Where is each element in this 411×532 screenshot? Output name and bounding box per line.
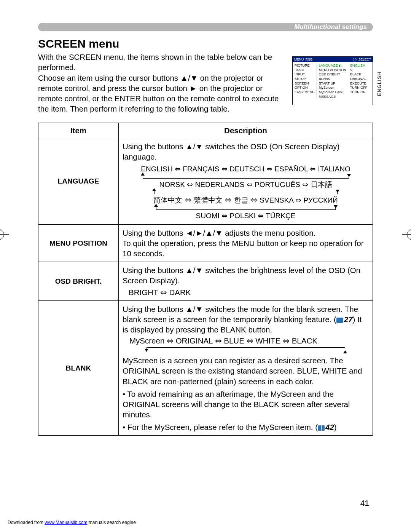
desc-osd-bright: Using the buttons ▲/▼ switches the brigh…: [119, 262, 373, 301]
item-blank: BLANK: [38, 301, 119, 436]
cycle-connector: [156, 206, 336, 210]
crop-mark: [407, 229, 411, 240]
col-item: Item: [38, 123, 119, 138]
item-osd-bright: OSD BRIGHT.: [38, 262, 119, 301]
settings-table: Item Description LANGUAGE Using the butt…: [38, 123, 373, 436]
section-header: Multifunctional settings: [38, 23, 373, 31]
item-menu-position: MENU POSITION: [38, 224, 119, 262]
osd-mid-col: LANGUAGE◐ MENU POSITION OSD BRIGHT. BLAN…: [317, 64, 348, 99]
crop-mark: [0, 234, 9, 235]
page-title: SCREEN menu: [38, 37, 373, 50]
select-icon: ◯: [353, 58, 357, 61]
osd-menu-illustration: MENU [RGB] ◯ :SELECT PICTURE IMAGE INPUT…: [292, 56, 373, 105]
globe-icon: ◐: [339, 64, 342, 68]
intro-text: With the SCREEN menu, the items shown in…: [38, 52, 291, 114]
table-row: MENU POSITION Using the buttons ◄/►/▲/▼ …: [38, 224, 373, 262]
osd-menu-title: MENU [RGB]: [294, 58, 314, 61]
crop-mark: [402, 234, 411, 235]
cycle-connector: [143, 174, 349, 179]
table-row: OSD BRIGHT. Using the buttons ▲/▼ switch…: [38, 262, 373, 301]
osd-right-col: ENGLISH 5 BLACK ORIGINAL EXECUTE TURN OF…: [348, 64, 370, 99]
language-tab: ENGLISH: [376, 72, 382, 96]
crop-mark: [0, 229, 4, 240]
footer: Downloaded from www.Manualslib.com manua…: [8, 520, 136, 525]
desc-menu-position: Using the buttons ◄/►/▲/▼ adjusts the me…: [119, 224, 373, 262]
cycle-connector: [147, 347, 345, 351]
select-label: :SELECT: [358, 58, 371, 61]
osd-left-col: PICTURE IMAGE INPUT SETUP SCREEN OPTION …: [293, 64, 317, 99]
footer-link[interactable]: www.Manualslib.com: [45, 520, 87, 525]
page-number: 41: [360, 498, 369, 508]
cycle-connector: [154, 190, 338, 194]
book-icon: [318, 425, 325, 431]
table-row: BLANK Using the buttons ▲/▼ switches the…: [38, 301, 373, 436]
table-row: LANGUAGE Using the buttons ▲/▼ switches …: [38, 138, 373, 224]
item-language: LANGUAGE: [38, 138, 119, 224]
desc-language: Using the buttons ▲/▼ switches the OSD (…: [119, 138, 373, 224]
desc-blank: Using the buttons ▲/▼ switches the mode …: [119, 301, 373, 436]
book-icon: [336, 318, 343, 323]
col-description: Description: [119, 123, 373, 138]
